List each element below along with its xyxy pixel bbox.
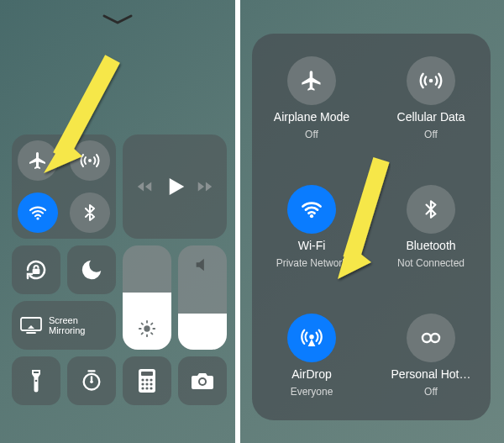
svg-point-4	[144, 325, 150, 331]
airplane-toggle[interactable]	[18, 140, 58, 181]
svg-point-25	[145, 387, 148, 389]
wifi-icon	[300, 198, 323, 221]
connectivity-expanded-panel: Airplane Mode Off Cellular Data Off Wi-F…	[252, 34, 491, 420]
svg-point-30	[310, 214, 313, 218]
do-not-disturb-toggle[interactable]	[67, 245, 116, 294]
wifi-toggle[interactable]	[18, 192, 58, 233]
svg-point-21	[141, 382, 144, 385]
wifi-icon	[28, 203, 48, 223]
screen-mirroring-icon	[20, 317, 42, 334]
svg-point-19	[145, 378, 148, 381]
airdrop-label: AirDrop	[291, 367, 331, 381]
control-center-right: Airplane Mode Off Cellular Data Off Wi-F…	[240, 0, 504, 443]
airplane-icon	[300, 69, 323, 92]
flashlight-button[interactable]	[12, 356, 60, 405]
cellular-toggle[interactable]	[70, 140, 110, 181]
connectivity-tile[interactable]	[12, 134, 116, 239]
camera-button[interactable]	[178, 356, 227, 405]
cellular-icon	[80, 150, 100, 171]
screen-mirroring-label: Screen Mirroring	[49, 315, 85, 335]
wifi-status: Private Network	[276, 257, 348, 269]
svg-point-20	[150, 378, 152, 381]
timer-icon	[80, 369, 103, 393]
play-icon[interactable]	[162, 174, 187, 199]
control-center-left: Screen Mirroring	[0, 0, 235, 443]
svg-point-31	[309, 335, 314, 340]
media-tile[interactable]	[123, 134, 227, 239]
hotspot-icon	[418, 330, 444, 346]
cellular-icon-circle	[407, 56, 455, 105]
bluetooth-icon-circle	[407, 185, 455, 234]
personal-hotspot-label: Personal Hot…	[391, 367, 471, 381]
chevron-down-icon	[101, 13, 134, 25]
screen-mirroring-button[interactable]: Screen Mirroring	[12, 301, 116, 350]
cellular-data-status: Off	[424, 129, 438, 140]
airdrop-cell[interactable]: AirDrop Everyone	[252, 292, 371, 420]
airplane-icon-circle	[287, 56, 336, 105]
svg-point-32	[423, 334, 431, 342]
svg-point-22	[145, 382, 148, 385]
rewind-icon	[135, 177, 154, 196]
bluetooth-toggle[interactable]	[70, 192, 110, 233]
svg-point-33	[431, 334, 439, 342]
svg-line-12	[151, 324, 152, 324]
collapse-handle[interactable]	[101, 13, 134, 25]
moon-icon	[79, 257, 104, 282]
svg-point-23	[150, 382, 152, 385]
bluetooth-status: Not Connected	[397, 257, 465, 269]
svg-point-13	[35, 380, 38, 382]
forward-icon	[196, 177, 214, 196]
personal-hotspot-status: Off	[424, 386, 438, 398]
bluetooth-icon	[420, 198, 442, 220]
airplane-mode-label: Airplane Mode	[274, 110, 349, 124]
timer-button[interactable]	[67, 356, 116, 405]
airdrop-icon-circle	[287, 314, 336, 362]
camera-icon	[190, 371, 215, 391]
cellular-icon	[419, 69, 443, 92]
volume-fill	[178, 314, 227, 350]
brightness-slider[interactable]	[123, 245, 171, 350]
svg-point-26	[150, 387, 152, 389]
screenshot: Screen Mirroring	[0, 0, 504, 443]
flashlight-icon	[28, 368, 45, 393]
orientation-lock-toggle[interactable]	[12, 245, 60, 294]
svg-point-24	[141, 387, 144, 389]
svg-line-11	[142, 333, 143, 334]
wifi-label: Wi-Fi	[298, 239, 326, 252]
airplane-icon	[28, 150, 48, 171]
svg-line-9	[142, 324, 143, 324]
bluetooth-label: Bluetooth	[406, 239, 455, 252]
hotspot-icon-circle	[407, 314, 455, 362]
svg-point-1	[36, 217, 39, 219]
airdrop-icon	[299, 325, 324, 351]
svg-rect-17	[141, 372, 153, 376]
airplane-mode-cell[interactable]: Airplane Mode Off	[252, 34, 371, 162]
calculator-button[interactable]	[123, 356, 171, 405]
svg-point-28	[200, 379, 205, 384]
brightness-icon	[138, 319, 156, 341]
volume-slider[interactable]	[178, 245, 227, 350]
bluetooth-cell[interactable]: Bluetooth Not Connected	[371, 162, 491, 291]
svg-point-15	[90, 380, 93, 383]
svg-line-10	[151, 333, 152, 334]
wifi-icon-circle	[287, 185, 336, 234]
orientation-lock-icon	[24, 257, 49, 282]
wifi-cell[interactable]: Wi-Fi Private Network	[252, 162, 371, 291]
volume-icon	[193, 256, 212, 277]
bluetooth-icon	[80, 203, 100, 223]
personal-hotspot-cell[interactable]: Personal Hot… Off	[371, 292, 491, 420]
cellular-data-label: Cellular Data	[397, 110, 465, 124]
airdrop-status: Everyone	[291, 386, 333, 398]
svg-point-29	[429, 78, 433, 82]
cellular-data-cell[interactable]: Cellular Data Off	[371, 34, 491, 162]
svg-point-0	[88, 159, 92, 162]
svg-rect-2	[33, 269, 40, 274]
calculator-icon	[137, 368, 157, 393]
airplane-mode-status: Off	[305, 129, 318, 140]
svg-point-18	[141, 378, 144, 381]
